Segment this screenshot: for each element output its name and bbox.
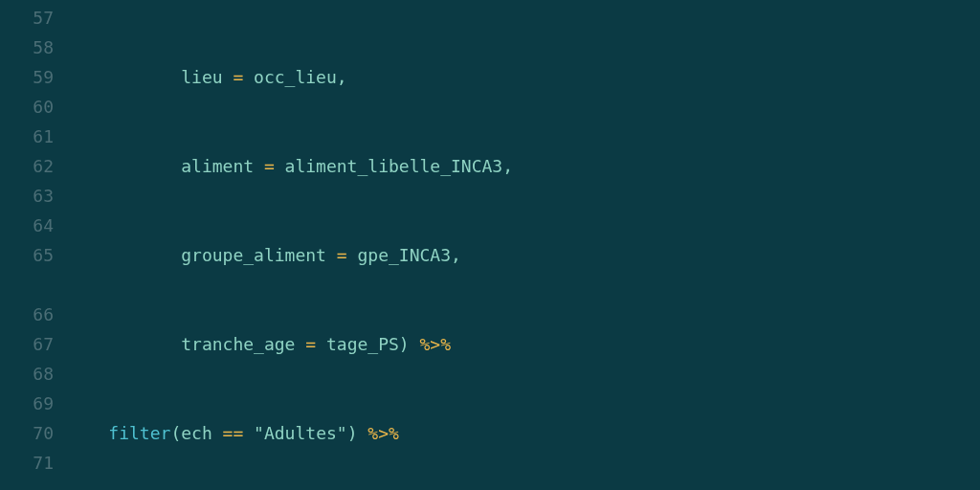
line-number: 63: [0, 181, 54, 211]
code-line: filter(ech == "Adultes") %>%: [67, 418, 866, 448]
line-number: 71: [0, 448, 54, 478]
line-number: 69: [0, 389, 54, 418]
line-number: 68: [0, 359, 54, 389]
line-number: 65: [0, 240, 54, 270]
code-editor: 57 58 59 60 61 62 63 64 65 66 67 68 69 7…: [0, 0, 980, 490]
line-number: 67: [0, 329, 54, 359]
code-area[interactable]: lieu = occ_lieu, aliment = aliment_libel…: [67, 0, 866, 490]
line-number: 60: [0, 92, 54, 122]
line-number: 61: [0, 122, 54, 151]
line-number: 58: [0, 33, 54, 62]
code-line: lieu = occ_lieu,: [67, 62, 866, 92]
code-line: aliment = aliment_libelle_INCA3,: [67, 151, 866, 181]
line-number: [0, 270, 54, 300]
line-number: 66: [0, 300, 54, 329]
line-number: 62: [0, 151, 54, 181]
line-number: 64: [0, 211, 54, 240]
code-line: groupe_aliment = gpe_INCA3,: [67, 240, 866, 270]
code-line: tranche_age = tage_PS) %>%: [67, 329, 866, 359]
line-number: 57: [0, 3, 54, 33]
line-number-gutter: 57 58 59 60 61 62 63 64 65 66 67 68 69 7…: [0, 0, 67, 490]
line-number: 59: [0, 62, 54, 92]
line-number: 70: [0, 418, 54, 448]
